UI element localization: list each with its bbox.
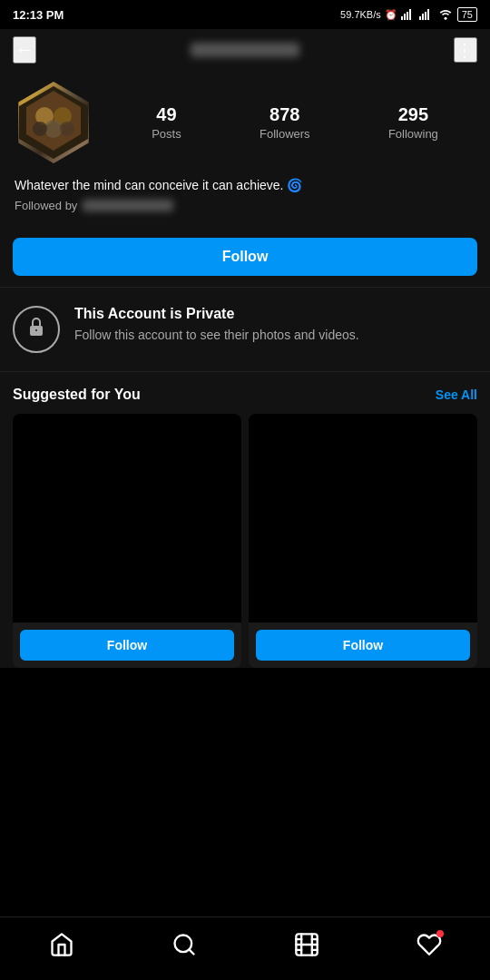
followed-by-name [83,200,173,211]
followed-by-label: Followed by [15,199,77,212]
avatar [13,82,94,163]
nav-search[interactable] [172,932,197,957]
username-blurred [191,43,299,57]
svg-point-15 [60,122,74,136]
clock-icon: ⏰ [385,9,397,21]
followers-count: 878 [270,104,299,125]
status-bar: 12:13 PM 59.7KB/s ⏰ [0,0,490,29]
nav-likes[interactable] [416,932,442,957]
suggested-card-1-image [13,414,241,622]
bottom-spacer [0,668,490,740]
svg-point-14 [33,122,47,136]
status-right: 59.7KB/s ⏰ 75 [340,7,477,22]
back-button[interactable]: ← [13,36,36,64]
svg-rect-6 [425,12,426,20]
svg-point-17 [35,329,37,331]
following-label: Following [388,127,438,141]
bio-text: Whatever the mind can conceive it can ac… [15,176,475,195]
followers-label: Followers [260,127,310,141]
bio-section: Whatever the mind can conceive it can ac… [13,176,477,212]
svg-rect-4 [419,16,421,20]
nav-reels[interactable] [294,932,319,957]
suggested-title: Suggested for You [13,387,141,403]
wifi-icon [437,7,454,22]
posts-count: 49 [156,104,176,125]
private-text: This Account is Private Follow this acco… [74,306,477,345]
suggested-cards: Follow Follow [13,414,477,668]
following-count: 295 [398,104,428,125]
private-account-title: This Account is Private [74,306,477,322]
network-speed: 59.7KB/s [340,9,381,20]
followers-stat: 878 Followers [260,104,310,141]
svg-rect-5 [422,14,424,20]
profile-top: 49 Posts 878 Followers 295 Following [13,82,477,163]
follow-btn-container: Follow [0,227,490,287]
private-account-section: This Account is Private Follow this acco… [0,287,490,371]
profile-section: 49 Posts 878 Followers 295 Following Wha… [0,71,490,227]
followed-by: Followed by [15,199,475,212]
suggested-header: Suggested for You See All [13,387,477,403]
avatar-image [13,82,94,163]
suggested-card-1: Follow [13,414,241,668]
nav-center [191,43,299,57]
suggested-follow-button-2[interactable]: Follow [256,630,470,661]
sim2-icon [419,7,434,22]
posts-stat: 49 Posts [152,104,181,141]
see-all-button[interactable]: See All [436,387,477,402]
svg-rect-1 [404,14,406,20]
nav-home[interactable] [49,932,74,957]
battery-icon: 75 [457,7,477,22]
more-button[interactable]: ⋮ [454,37,477,63]
svg-point-8 [444,17,446,20]
top-nav: ← ⋮ [0,29,490,71]
status-time: 12:13 PM [13,8,64,22]
suggested-section: Suggested for You See All Follow Follow [0,371,490,668]
svg-rect-0 [401,16,403,20]
following-stat: 295 Following [388,104,438,141]
suggested-card-2-image [249,414,477,622]
stats-row: 49 Posts 878 Followers 295 Following [113,104,477,141]
suggested-card-2: Follow [249,414,477,668]
lock-icon-container [13,306,60,353]
posts-label: Posts [152,127,181,141]
follow-button[interactable]: Follow [13,238,477,276]
svg-line-19 [189,949,193,954]
svg-rect-7 [427,9,429,20]
sim1-icon [401,7,416,22]
svg-rect-2 [407,12,408,20]
notification-dot [436,930,444,937]
svg-rect-3 [409,9,411,20]
private-account-description: Follow this account to see their photos … [74,326,477,345]
lock-icon [25,316,47,343]
suggested-follow-button-1[interactable]: Follow [20,630,234,661]
bottom-nav [0,916,490,980]
